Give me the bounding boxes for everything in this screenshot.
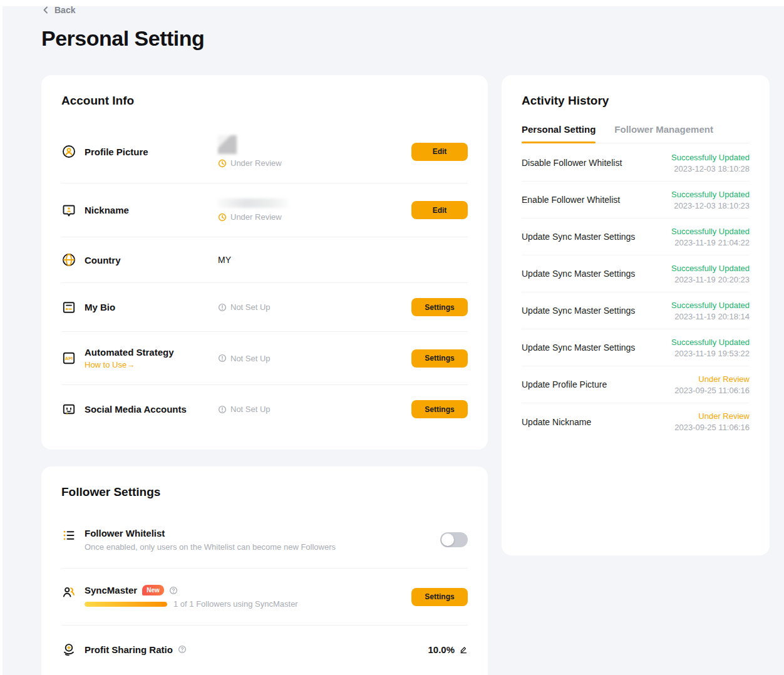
activity-action: Update Sync Master Settings — [522, 232, 635, 242]
profit-sharing-icon — [61, 642, 76, 657]
status-text: Under Review — [230, 158, 282, 168]
activity-list: Disable Follower Whitelist Successfully … — [522, 145, 750, 440]
tab-personal-setting[interactable]: Personal Setting — [522, 124, 596, 143]
activity-status: Successfully Updated — [671, 190, 750, 199]
syncmaster-icon — [61, 585, 76, 600]
clock-icon — [218, 213, 227, 222]
row-label: Profile Picture — [85, 147, 148, 157]
activity-time: 2023-11-19 20:18:14 — [674, 312, 750, 321]
row-follower-whitelist: Follower Whitelist Once enabled, only us… — [61, 512, 468, 569]
syncmaster-settings-button[interactable]: Settings — [411, 588, 468, 606]
activity-history-title: Activity History — [522, 94, 750, 108]
nickname-icon — [61, 203, 76, 218]
profile-picture-thumbnail — [218, 135, 237, 154]
row-label: SyncMaster — [85, 585, 137, 595]
back-button[interactable]: Back — [41, 5, 75, 15]
profile-picture-icon — [61, 144, 76, 159]
activity-item: Update Sync Master Settings Successfully… — [522, 329, 750, 366]
activity-status: Under Review — [698, 411, 750, 421]
edit-profile-picture-button[interactable]: Edit — [411, 143, 468, 161]
activity-time: 2023-09-25 11:06:16 — [674, 423, 750, 432]
how-to-use-link[interactable]: How to Use→ — [85, 360, 174, 369]
svg-text:API: API — [65, 356, 73, 361]
activity-item: Update Sync Master Settings Successfully… — [522, 255, 750, 292]
toggle-knob — [441, 533, 454, 546]
row-country: Country MY — [61, 237, 468, 283]
nickname-value-blurred — [218, 198, 288, 208]
activity-action: Update Profile Picture — [522, 379, 607, 389]
question-icon[interactable] — [169, 586, 178, 595]
activity-item: Update Nickname Under Review 2023-09-25 … — [522, 403, 750, 440]
status-text: Not Set Up — [230, 354, 271, 363]
status-text: Not Set Up — [230, 404, 271, 414]
whitelist-icon — [61, 528, 76, 543]
activity-action: Update Nickname — [522, 417, 591, 427]
row-social-media: Social Media Accounts Not Set Up Setting… — [61, 385, 468, 433]
arrow-right-icon: → — [126, 360, 135, 369]
activity-status: Successfully Updated — [671, 227, 750, 236]
row-label: My Bio — [85, 302, 115, 312]
question-icon[interactable] — [178, 645, 187, 654]
activity-item: Update Profile Picture Under Review 2023… — [522, 366, 750, 403]
activity-action: Update Sync Master Settings — [522, 343, 635, 353]
activity-tabs: Personal Setting Follower Management — [522, 124, 750, 143]
activity-action: Enable Follower Whitelist — [522, 195, 620, 205]
syncmaster-progress-bar — [85, 602, 167, 607]
social-media-settings-button[interactable]: Settings — [411, 400, 468, 418]
row-label: Profit Sharing Ratio — [85, 644, 173, 655]
activity-status: Successfully Updated — [671, 338, 750, 347]
activity-time: 2023-12-03 18:10:23 — [674, 201, 750, 210]
my-bio-icon — [61, 300, 76, 315]
activity-time: 2023-11-19 19:53:22 — [674, 349, 750, 358]
country-icon — [61, 252, 76, 267]
api-icon: API — [61, 351, 76, 366]
activity-status: Successfully Updated — [671, 153, 750, 162]
status-text: Under Review — [230, 212, 282, 222]
activity-action: Disable Follower Whitelist — [522, 158, 622, 168]
back-label: Back — [54, 5, 75, 15]
row-label: Follower Whitelist — [85, 528, 336, 538]
activity-action: Update Sync Master Settings — [522, 306, 635, 316]
row-label: Automated Strategy — [85, 347, 174, 358]
follower-settings-card: Follower Settings Follower Whitelist Onc… — [41, 466, 488, 675]
clock-icon — [218, 159, 227, 168]
new-badge: New — [142, 585, 164, 595]
chevron-left-icon — [41, 6, 50, 14]
social-media-icon — [61, 402, 76, 417]
follower-settings-title: Follower Settings — [61, 485, 468, 499]
row-syncmaster: SyncMaster New 1 of 1 Followers using Sy… — [61, 569, 468, 626]
edit-pencil-icon[interactable] — [459, 645, 468, 654]
edit-nickname-button[interactable]: Edit — [411, 201, 468, 219]
activity-item: Disable Follower Whitelist Successfully … — [522, 145, 750, 182]
account-info-title: Account Info — [61, 94, 468, 108]
activity-item: Enable Follower Whitelist Successfully U… — [522, 182, 750, 219]
syncmaster-progress-fill — [85, 602, 167, 607]
page-title: Personal Setting — [41, 26, 204, 51]
row-profit-sharing: Profit Sharing Ratio 10.0% — [61, 626, 468, 673]
activity-time: 2023-09-25 11:06:16 — [674, 386, 750, 395]
info-icon — [218, 405, 227, 414]
tab-follower-management[interactable]: Follower Management — [614, 124, 713, 143]
follower-whitelist-toggle[interactable] — [440, 532, 468, 547]
row-label: Social Media Accounts — [85, 404, 187, 415]
activity-item: Update Sync Master Settings Successfully… — [522, 292, 750, 329]
row-label: Nickname — [85, 205, 129, 215]
row-profile-picture: Profile Picture Under Review Edit — [61, 120, 468, 183]
my-bio-settings-button[interactable]: Settings — [411, 298, 468, 316]
activity-item: Update Sync Master Settings Successfully… — [522, 219, 750, 255]
status-text: Not Set Up — [230, 302, 271, 312]
row-nickname: Nickname Under Review Edit — [61, 183, 468, 237]
automated-strategy-settings-button[interactable]: Settings — [411, 349, 468, 368]
activity-time: 2023-12-03 18:10:28 — [674, 164, 750, 173]
profit-sharing-value: 10.0% — [428, 644, 455, 655]
activity-status: Successfully Updated — [671, 301, 750, 310]
row-automated-strategy: API Automated Strategy How to Use→ Not S… — [61, 332, 468, 385]
activity-action: Update Sync Master Settings — [522, 269, 635, 279]
activity-time: 2023-11-19 20:20:23 — [674, 275, 750, 284]
activity-time: 2023-11-19 21:04:22 — [674, 238, 750, 247]
account-info-card: Account Info Profile Picture Under Revie… — [41, 75, 488, 450]
info-icon — [218, 354, 227, 363]
row-label: Country — [85, 255, 121, 265]
activity-status: Under Review — [698, 374, 750, 384]
row-my-bio: My Bio Not Set Up Settings — [61, 283, 468, 332]
